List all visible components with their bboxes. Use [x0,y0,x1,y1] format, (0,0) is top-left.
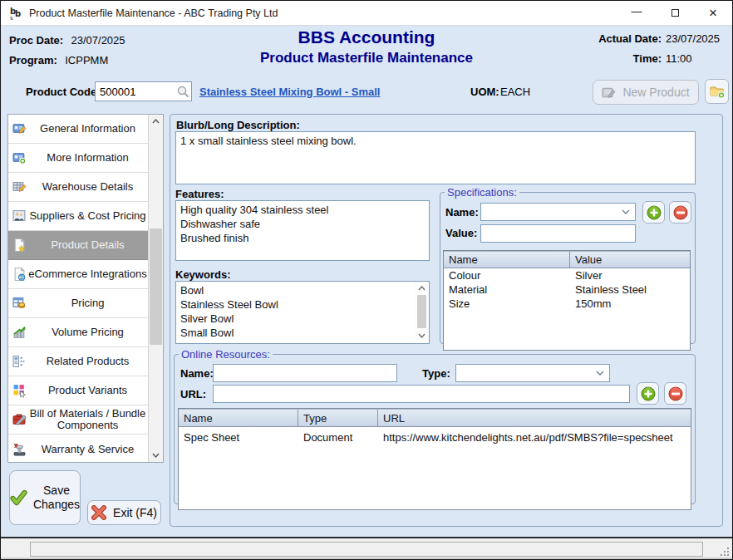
column-header[interactable]: Type [298,410,378,426]
exit-label: Exit (F4) [113,506,157,519]
sidebar-item-general-information[interactable]: General Information [8,115,149,144]
sidebar-item-label: Pricing [71,297,105,309]
table-row[interactable]: Size 150mm [444,297,690,311]
sidebar-item-warehouse-details[interactable]: Warehouse Details [8,173,149,202]
resource-remove-button[interactable] [664,382,686,405]
chevron-down-icon [596,371,604,376]
app-window: b b s Product Masterfile Maintenance - A… [0,0,733,560]
sidebar-item-volume-pricing[interactable]: Volume Pricing [8,318,149,347]
grid-pencil-icon [12,180,27,194]
online-resources-legend: Online Resources: [179,348,273,361]
specifications-table: Name Value Colour Silver Material Stainl… [443,250,691,351]
search-icon[interactable] [176,85,189,98]
chart-up-icon [12,326,27,340]
table-row[interactable]: Spec Sheet Document https://www.kitchend… [179,427,691,447]
scroll-up-icon[interactable] [149,115,163,128]
time-label: Time: [587,52,662,65]
sidebar-item-product-variants[interactable]: Product Variants [8,376,149,405]
minimize-button[interactable]: — [617,1,656,25]
sidebar-item-label: eCommerce Integrations [28,268,146,280]
resource-name-input[interactable] [213,364,397,382]
sidebar-item-label: Warehouse Details [42,181,133,193]
sidebar-item-label: Bill of Materials / Bundle Components [28,408,147,431]
sidebar-scrollbar[interactable] [148,115,163,462]
spec-remove-button[interactable] [669,201,691,224]
scroll-down-icon[interactable] [415,329,429,341]
uom-label: UOM: [470,86,499,98]
resize-grip-icon[interactable] [719,546,729,556]
spec-add-button[interactable] [642,201,665,224]
column-header[interactable]: Value [570,252,690,268]
sidebar-item-related-products[interactable]: Related Products [8,347,149,376]
close-icon: × [709,5,717,22]
resource-url-input[interactable] [213,385,630,403]
sidebar: General Information More Information [7,114,164,463]
status-message-area [30,542,703,557]
product-name-link[interactable]: Stainless Steel Mixing Bowl - Small [199,86,380,98]
resource-type-combobox[interactable] [455,364,610,382]
sidebar-item-bill-of-materials[interactable]: Bill of Materials / Bundle Components [8,405,149,435]
spec-name-combobox[interactable] [480,203,636,221]
sidebar-item-label: Volume Pricing [52,327,124,338]
resource-url-label: URL: [180,388,206,400]
specifications-group: Specifications: Name: Value: [440,186,696,344]
new-product-button[interactable]: New Product [593,80,699,105]
chevron-down-icon [622,209,630,214]
column-header[interactable]: Name [179,410,298,426]
features-textarea[interactable]: High quality 304 stainless steel Dishwas… [175,200,430,261]
blurb-label: Blurb/Long Description: [176,119,300,131]
close-x-icon [91,505,106,520]
time-value: 11:00 [666,52,692,65]
sidebar-scroll-thumb[interactable] [150,228,162,345]
add-icon [641,386,656,401]
sidebar-item-product-details[interactable]: Product Details [8,231,149,260]
spec-name-label: Name: [445,206,479,219]
keywords-scroll-thumb[interactable] [417,295,426,328]
spec-value-label: Value: [445,227,477,239]
maximize-icon [672,9,679,17]
svg-text:b: b [15,9,21,18]
spec-value-input[interactable] [480,224,636,243]
exit-button[interactable]: Exit (F4) [87,500,161,525]
table-row[interactable]: Colour Silver [444,268,690,282]
table-row[interactable]: Material Stainless Steel [444,282,690,297]
blurb-textarea[interactable]: 1 x small stainless steel mixing bowl. [175,131,696,184]
app-logo-icon: b b s [7,5,23,22]
linked-list-icon [12,355,27,369]
open-folder-button[interactable] [705,79,729,104]
close-button[interactable]: × [694,1,732,25]
resource-name-label: Name: [180,367,214,380]
actual-date-value: 23/07/2025 [666,32,720,45]
sidebar-item-label: Product Variants [48,385,127,396]
sidebar-item-label: Related Products [47,356,130,367]
column-header[interactable]: URL [378,410,691,426]
sidebar-item-warranty-service[interactable]: Warranty & Service [8,435,149,464]
keywords-label: Keywords: [175,268,230,281]
scroll-up-icon[interactable] [415,282,429,294]
sidebar-item-pricing[interactable]: Pricing [8,289,149,318]
sidebar-item-label: Product Details [51,239,124,251]
resource-add-button[interactable] [637,382,659,405]
sidebar-item-ecommerce-integrations[interactable]: eCommerce Integrations [8,260,149,289]
sidebar-item-more-information[interactable]: More Information [8,144,149,173]
keywords-scrollbar[interactable] [415,282,429,341]
stamp-icon [12,442,27,456]
card-pencil-icon [12,122,27,136]
scroll-down-icon[interactable] [149,449,163,462]
sidebar-item-label: Warranty & Service [42,444,135,455]
save-changes-button[interactable]: Save Changes [9,470,81,525]
uom-value: EACH [500,86,530,98]
minimize-icon: — [632,5,642,17]
window-title: Product Masterfile Maintenance - ABC Tra… [29,7,278,19]
maximize-button[interactable] [656,1,694,25]
toolbox-icon [12,413,27,427]
keywords-textarea[interactable]: Bowl Stainless Steel Bowl Silver Bowl Sm… [175,281,430,344]
title-bar: b b s Product Masterfile Maintenance - A… [1,1,732,26]
online-resources-table-header: Name Type URL [179,409,691,427]
sidebar-item-suppliers-cost-pricing[interactable]: Suppliers & Cost Pricing [8,202,149,231]
variant-squares-icon [12,384,27,398]
new-product-icon [602,86,616,100]
specifications-table-header: Name Value [444,251,690,268]
column-header[interactable]: Name [444,252,570,268]
new-product-label: New Product [622,86,689,99]
